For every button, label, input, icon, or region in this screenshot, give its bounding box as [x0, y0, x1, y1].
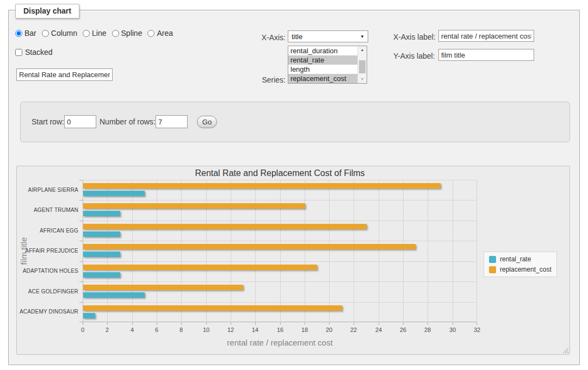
legend-item-replacement-cost[interactable]: replacement_cost [489, 266, 552, 273]
gridline-y [83, 221, 477, 221]
gridline-x-26 [403, 180, 404, 322]
x-tick-label: 8 [170, 327, 192, 333]
radio-column-input[interactable] [42, 30, 49, 37]
radio-spline-input[interactable] [112, 30, 119, 37]
series-select-label: Series: [247, 76, 286, 84]
series-option-length[interactable]: length [288, 65, 357, 74]
x-axis-tick [453, 322, 453, 325]
bar-rental_rate[interactable] [83, 231, 120, 237]
x-axis-tick [305, 322, 305, 325]
stacked-checkbox[interactable] [15, 49, 22, 56]
number-of-rows-input[interactable] [156, 115, 188, 128]
x-tick-label: 16 [269, 327, 291, 333]
bar-rental_rate[interactable] [83, 313, 95, 318]
x-axis-label-label: X-Axis label: [393, 33, 436, 41]
radio-area-input[interactable] [147, 30, 154, 37]
radio-area-label: Area [157, 29, 173, 37]
x-axis-tick [329, 322, 330, 325]
y-category-label: AIRPLANE SIERRA [18, 187, 78, 193]
y-axis-tick [79, 180, 83, 180]
plot-area: 02468101214161820222426283032AIRPLANE SI… [83, 180, 477, 322]
x-tick-label: 10 [195, 327, 217, 333]
bar-replacement_cost[interactable] [83, 285, 243, 290]
gridline-x-28 [428, 180, 428, 322]
x-axis-select[interactable]: title ▼ [288, 30, 368, 42]
scrollbar-thumb[interactable] [359, 60, 366, 73]
legend-swatch-replacement-cost [489, 266, 496, 273]
gridline-x-20 [329, 180, 330, 322]
x-axis-tick [83, 322, 83, 325]
y-axis-label-input[interactable] [438, 49, 534, 61]
x-tick-label: 0 [72, 327, 94, 333]
x-axis-label-input[interactable] [438, 30, 534, 42]
scroll-up-icon[interactable]: ▲ [358, 46, 367, 54]
gridline-x-24 [379, 180, 379, 322]
gridline-y [83, 261, 477, 262]
radio-line[interactable]: Line [83, 29, 106, 37]
radio-bar[interactable]: Bar [15, 29, 36, 37]
series-option-replacement-cost[interactable]: replacement_cost [288, 74, 357, 83]
x-axis-tick [280, 322, 281, 325]
bar-rental_rate[interactable] [83, 252, 120, 257]
x-tick-label: 22 [343, 327, 364, 333]
resize-handle-icon[interactable] [562, 347, 568, 353]
x-axis-tick [476, 322, 477, 325]
scroll-down-icon[interactable]: ▼ [358, 76, 367, 83]
gridline-x-8 [181, 180, 182, 322]
legend-item-rental-rate[interactable]: rental_rate [489, 255, 552, 263]
radio-area[interactable]: Area [147, 29, 173, 37]
go-button[interactable]: Go [197, 116, 217, 128]
radio-column[interactable]: Column [42, 29, 77, 37]
x-axis-tick [403, 322, 404, 325]
series-multiselect[interactable]: rental_duration rental_rate length repla… [288, 46, 367, 84]
row-controls-panel: Start row: Number of rows: Go [20, 102, 570, 142]
gridline-x-30 [453, 180, 453, 322]
x-axis-tick [206, 322, 207, 325]
x-tick-label: 18 [294, 327, 315, 333]
radio-spline-label: Spline [121, 29, 143, 37]
y-axis-title: film title [19, 237, 28, 265]
y-axis-line [83, 180, 83, 322]
start-row-label: Start row: [32, 117, 64, 126]
x-tick-label: 14 [244, 327, 266, 333]
radio-line-input[interactable] [83, 30, 90, 37]
y-axis-tick [79, 261, 83, 262]
gridline-y [83, 241, 477, 241]
gridline-y [83, 281, 477, 282]
radio-spline[interactable]: Spline [112, 29, 143, 37]
series-scrollbar[interactable]: ▲ ▼ [357, 46, 367, 83]
x-tick-label: 6 [146, 327, 168, 333]
legend-swatch-rental-rate [489, 256, 496, 263]
radio-line-label: Line [92, 29, 106, 37]
bar-replacement_cost[interactable] [83, 305, 342, 311]
bar-rental_rate[interactable] [83, 292, 145, 298]
chart-legend: rental_rate replacement_cost [484, 252, 557, 277]
x-axis-tick [231, 322, 231, 325]
select-dropdown-arrow-icon: ▼ [360, 34, 364, 39]
bar-rental_rate[interactable] [83, 191, 145, 196]
series-option-rental-rate[interactable]: rental_rate [288, 55, 357, 65]
bar-replacement_cost[interactable] [83, 224, 367, 229]
gridline-y [83, 200, 477, 200]
bar-rental_rate[interactable] [83, 272, 120, 278]
x-axis-tick [428, 322, 428, 325]
bar-replacement_cost[interactable] [83, 203, 305, 209]
bar-replacement_cost[interactable] [83, 183, 441, 189]
gridline-x-16 [280, 180, 281, 322]
chart-title-input[interactable] [16, 68, 113, 81]
gridline-x-4 [132, 180, 133, 322]
x-tick-label: 20 [318, 327, 340, 333]
y-category-label: AGENT TRUMAN [18, 207, 78, 214]
stacked-checkbox-row[interactable]: Stacked [15, 48, 53, 57]
bar-replacement_cost[interactable] [83, 244, 416, 249]
bar-rental_rate[interactable] [83, 211, 120, 216]
x-axis-tick [255, 322, 256, 325]
radio-bar-input[interactable] [15, 30, 22, 37]
series-option-rental-duration[interactable]: rental_duration [288, 46, 357, 55]
bar-replacement_cost[interactable] [83, 265, 317, 270]
y-category-label: ACADEMY DINOSAUR [18, 309, 78, 315]
chart-container: Rental Rate and Replacement Cost of Film… [16, 166, 570, 355]
fieldset-legend: Display chart [15, 4, 79, 18]
start-row-input[interactable] [64, 115, 96, 128]
gridline-x-6 [157, 180, 157, 322]
